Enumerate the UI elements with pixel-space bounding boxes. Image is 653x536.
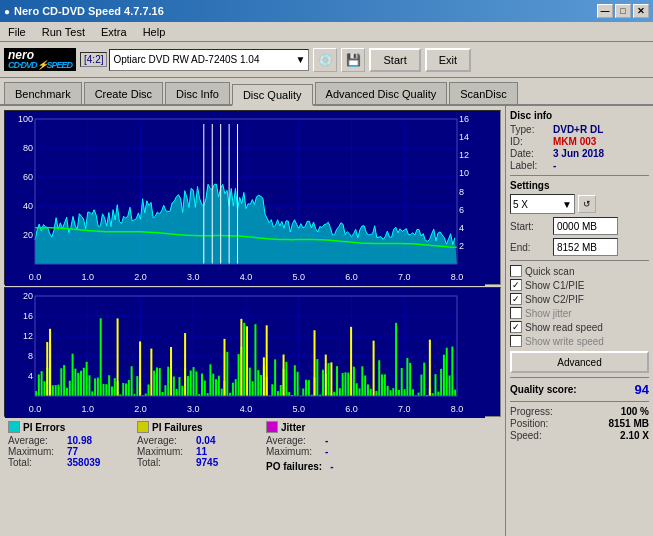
pif-max-key: Maximum: [137, 446, 192, 457]
toolbar: nero CD·DVD⚡SPEED [4:2] Optiarc DVD RW A… [0, 42, 653, 78]
po-failures-key: PO failures: [266, 461, 322, 472]
jitter-max-val: - [325, 446, 375, 457]
position-val: 8151 MB [608, 418, 649, 429]
pif-avg-val: 0.04 [196, 435, 246, 446]
tab-benchmark[interactable]: Benchmark [4, 82, 82, 104]
show-c1-row: ✓ Show C1/PIE [510, 279, 649, 291]
menu-run-test[interactable]: Run Test [38, 24, 89, 40]
show-c2-checkbox[interactable]: ✓ [510, 293, 522, 305]
advanced-button[interactable]: Advanced [510, 351, 649, 373]
tab-disc-info[interactable]: Disc Info [165, 82, 230, 104]
show-c2-row: ✓ Show C2/PIF [510, 293, 649, 305]
top-chart-container [4, 110, 501, 285]
speed-arrow-icon: ▼ [562, 199, 572, 210]
menu-help[interactable]: Help [139, 24, 170, 40]
menu-file[interactable]: File [4, 24, 30, 40]
speed-select[interactable]: 5 X ▼ [510, 194, 575, 214]
show-write-speed-checkbox [510, 335, 522, 347]
divider-4 [510, 401, 649, 402]
speed-key: Speed: [510, 430, 542, 441]
pi-failures-color [137, 421, 149, 433]
quick-scan-checkbox[interactable] [510, 265, 522, 277]
settings-title: Settings [510, 180, 649, 191]
disc-type-val: DVD+R DL [553, 124, 603, 135]
legend-pi-errors: PI Errors Average: 10.98 Maximum: 77 Tot… [8, 421, 117, 472]
start-mb-val: 0000 MB [557, 221, 597, 232]
show-jitter-row: Show jitter [510, 307, 649, 319]
pi-avg-key: Average: [8, 435, 63, 446]
pi-errors-color [8, 421, 20, 433]
pi-max-key: Maximum: [8, 446, 63, 457]
disc-info-title: Disc info [510, 110, 649, 121]
bottom-chart [5, 288, 485, 418]
disc-label-row: Label: - [510, 160, 649, 171]
show-c1-label: Show C1/PIE [525, 280, 584, 291]
menu-extra[interactable]: Extra [97, 24, 131, 40]
show-c2-label: Show C2/PIF [525, 294, 584, 305]
menu-bar: File Run Test Extra Help [0, 22, 653, 42]
right-panel: Disc info Type: DVD+R DL ID: MKM 003 Dat… [505, 106, 653, 536]
main-content: PI Errors Average: 10.98 Maximum: 77 Tot… [0, 106, 653, 536]
tab-scandisc[interactable]: ScanDisc [449, 82, 517, 104]
progress-section: Progress: 100 % Position: 8151 MB Speed:… [510, 406, 649, 441]
end-mb-key: End: [510, 242, 550, 253]
maximize-button[interactable]: □ [615, 4, 631, 18]
pi-failures-label: PI Failures [152, 422, 203, 433]
quick-scan-label: Quick scan [525, 266, 574, 277]
position-key: Position: [510, 418, 548, 429]
legend-area: PI Errors Average: 10.98 Maximum: 77 Tot… [4, 417, 501, 472]
quality-score-row: Quality score: 94 [510, 382, 649, 397]
start-mb-input[interactable]: 0000 MB [553, 217, 618, 235]
start-mb-key: Start: [510, 221, 550, 232]
disc-date-val: 3 Jun 2018 [553, 148, 604, 159]
exit-button[interactable]: Exit [425, 48, 471, 72]
show-write-speed-row: Show write speed [510, 335, 649, 347]
minimize-button[interactable]: — [597, 4, 613, 18]
disc-id-val: MKM 003 [553, 136, 596, 147]
jitter-color [266, 421, 278, 433]
settings-refresh-icon[interactable]: ↺ [578, 195, 596, 213]
quality-score-val: 94 [635, 382, 649, 397]
top-chart [5, 111, 485, 286]
divider-2 [510, 260, 649, 261]
cddvd-text: CD·DVD⚡SPEED [8, 61, 72, 70]
divider-3 [510, 377, 649, 378]
tab-advanced-disc-quality[interactable]: Advanced Disc Quality [315, 82, 448, 104]
title-bar: ● Nero CD-DVD Speed 4.7.7.16 — □ ✕ [0, 0, 653, 22]
jitter-max-key: Maximum: [266, 446, 321, 457]
tab-create-disc[interactable]: Create Disc [84, 82, 163, 104]
show-c1-checkbox[interactable]: ✓ [510, 279, 522, 291]
pif-avg-key: Average: [137, 435, 192, 446]
nero-logo: nero CD·DVD⚡SPEED [4, 48, 76, 71]
app-icon: ● [4, 6, 10, 17]
po-failures-val: - [330, 461, 333, 472]
start-button[interactable]: Start [369, 48, 420, 72]
chart-area: PI Errors Average: 10.98 Maximum: 77 Tot… [0, 106, 505, 536]
show-write-speed-label: Show write speed [525, 336, 604, 347]
pi-avg-val: 10.98 [67, 435, 117, 446]
jitter-label: Jitter [281, 422, 305, 433]
disc-icon[interactable]: 💿 [313, 48, 337, 72]
speed-val: 2.10 X [620, 430, 649, 441]
disc-label-key: Label: [510, 160, 550, 171]
disc-date-row: Date: 3 Jun 2018 [510, 148, 649, 159]
close-button[interactable]: ✕ [633, 4, 649, 18]
speed-value: 5 X [513, 199, 528, 210]
drive-dropdown[interactable]: Optiarc DVD RW AD-7240S 1.04 ▼ [109, 49, 309, 71]
drive-select-area: [4:2] Optiarc DVD RW AD-7240S 1.04 ▼ [80, 49, 309, 71]
end-mb-input[interactable]: 8152 MB [553, 238, 618, 256]
progress-val: 100 % [621, 406, 649, 417]
tab-disc-quality[interactable]: Disc Quality [232, 84, 313, 106]
title-bar-controls: — □ ✕ [597, 4, 649, 18]
save-icon[interactable]: 💾 [341, 48, 365, 72]
show-read-speed-label: Show read speed [525, 322, 603, 333]
end-mb-val: 8152 MB [557, 242, 597, 253]
disc-type-key: Type: [510, 124, 550, 135]
progress-row: Progress: 100 % [510, 406, 649, 417]
bottom-chart-container [4, 287, 501, 417]
show-read-speed-checkbox[interactable]: ✓ [510, 321, 522, 333]
speed-row: 5 X ▼ ↺ [510, 194, 649, 214]
disc-type-row: Type: DVD+R DL [510, 124, 649, 135]
quick-scan-row: Quick scan [510, 265, 649, 277]
disc-id-row: ID: MKM 003 [510, 136, 649, 147]
